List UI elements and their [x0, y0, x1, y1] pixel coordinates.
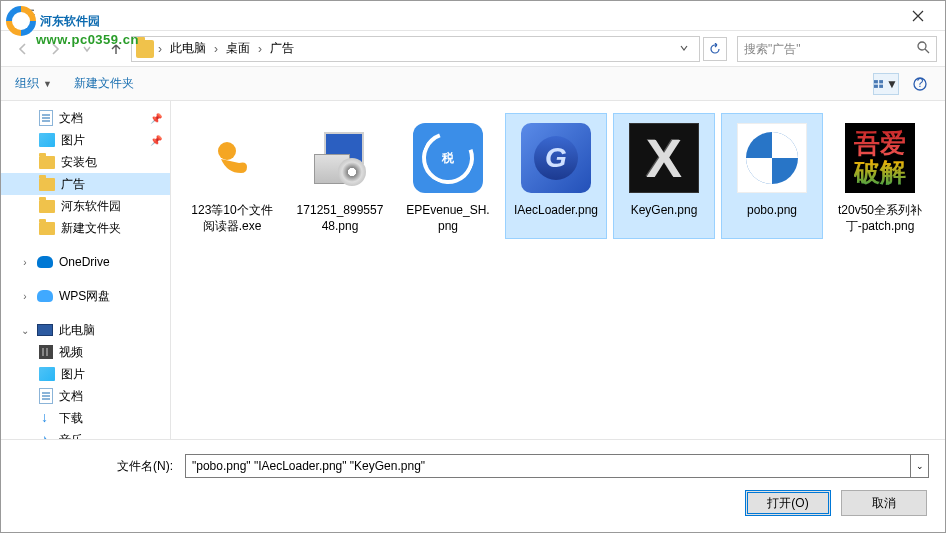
sidebar-pc-item-4[interactable]: 音乐: [1, 429, 170, 439]
file-thumbnail: [192, 118, 272, 198]
organize-button[interactable]: 组织▼: [13, 71, 54, 96]
sidebar-pc-item-0[interactable]: 视频: [1, 341, 170, 363]
svg-rect-3: [874, 84, 878, 87]
sidebar-item-3[interactable]: 广告: [1, 173, 170, 195]
doc-icon: [39, 110, 53, 126]
sidebar-pc-item-3[interactable]: 下载: [1, 407, 170, 429]
sidebar-item-label: 图片: [61, 132, 85, 149]
dialog-title: 打开: [11, 7, 895, 24]
search-input[interactable]: [744, 42, 917, 56]
file-thumbnail: G: [516, 118, 596, 198]
chevron-right-icon: ›: [156, 42, 164, 56]
pic-icon: [39, 133, 55, 147]
sidebar-item-label: 安装包: [61, 154, 97, 171]
music-icon: [39, 433, 53, 439]
file-item-0[interactable]: 123等10个文件阅读器.exe: [181, 113, 283, 239]
sidebar-item-label: 新建文件夹: [61, 220, 121, 237]
open-button[interactable]: 打开(O): [745, 490, 831, 516]
folder-icon: [39, 200, 55, 213]
file-item-4[interactable]: XKeyGen.png: [613, 113, 715, 239]
file-label: pobo.png: [747, 202, 797, 218]
new-folder-button[interactable]: 新建文件夹: [72, 71, 136, 96]
sidebar-item-label: 河东软件园: [61, 198, 121, 215]
breadcrumb-seg-current[interactable]: 广告: [266, 37, 298, 61]
breadcrumb-seg-thispc[interactable]: 此电脑: [166, 37, 210, 61]
sidebar-item-label: 广告: [61, 176, 85, 193]
pic-icon: [39, 367, 55, 381]
sidebar-item-1[interactable]: 图片📌: [1, 129, 170, 151]
nav-up-button[interactable]: [105, 38, 127, 60]
svg-rect-1: [874, 80, 878, 83]
sidebar-item-label: 图片: [61, 366, 85, 383]
sidebar-item-label: 下载: [59, 410, 83, 427]
close-button[interactable]: [895, 2, 941, 30]
search-box[interactable]: [737, 36, 937, 62]
file-thumbnail: X: [624, 118, 704, 198]
file-item-3[interactable]: GIAecLoader.png: [505, 113, 607, 239]
help-button[interactable]: ?: [907, 73, 933, 95]
sidebar-item-label: 文档: [59, 388, 83, 405]
file-label: IAecLoader.png: [514, 202, 598, 218]
breadcrumb-seg-desktop[interactable]: 桌面: [222, 37, 254, 61]
open-button-label: 打开(O): [767, 495, 808, 512]
breadcrumb-dropdown[interactable]: [673, 42, 695, 56]
main-area: 文档📌图片📌安装包广告河东软件园新建文件夹 ›OneDrive ›WPS网盘 ⌄…: [1, 101, 945, 439]
pin-icon: 📌: [150, 135, 162, 146]
sidebar-item-label: OneDrive: [59, 255, 110, 269]
sidebar[interactable]: 文档📌图片📌安装包广告河东软件园新建文件夹 ›OneDrive ›WPS网盘 ⌄…: [1, 101, 171, 439]
sidebar-pc-item-1[interactable]: 图片: [1, 363, 170, 385]
chevron-down-icon: ▼: [886, 77, 898, 91]
folder-icon: [39, 178, 55, 191]
video-icon: [39, 345, 53, 359]
onedrive-icon: [37, 256, 53, 268]
svg-point-7: [218, 142, 236, 160]
sidebar-item-label: 视频: [59, 344, 83, 361]
chevron-right-icon: ›: [256, 42, 264, 56]
nav-back-button[interactable]: [9, 35, 37, 63]
filename-dropdown[interactable]: ⌄: [911, 454, 929, 478]
titlebar: 打开: [1, 1, 945, 31]
sidebar-pc-item-2[interactable]: 文档: [1, 385, 170, 407]
filename-label: 文件名(N):: [17, 458, 177, 475]
sidebar-item-5[interactable]: 新建文件夹: [1, 217, 170, 239]
breadcrumb[interactable]: › 此电脑 › 桌面 › 广告: [131, 36, 700, 62]
sidebar-item-label: WPS网盘: [59, 288, 110, 305]
svg-text:?: ?: [917, 77, 924, 90]
file-label: EPEvenue_SH.p‎ng: [402, 202, 494, 234]
nav-forward-button[interactable]: [41, 35, 69, 63]
file-item-1[interactable]: 171251_8995574‎8.png: [289, 113, 391, 239]
refresh-button[interactable]: [703, 37, 727, 61]
svg-point-0: [918, 42, 926, 50]
file-item-2[interactable]: 税EPEvenue_SH.p‎ng: [397, 113, 499, 239]
sidebar-item-2[interactable]: 安装包: [1, 151, 170, 173]
download-icon: [39, 411, 53, 425]
cancel-button-label: 取消: [872, 495, 896, 512]
sidebar-thispc[interactable]: ⌄此电脑: [1, 319, 170, 341]
footer: 文件名(N): ⌄ 打开(O) 取消: [1, 439, 945, 532]
doc-icon: [39, 388, 53, 404]
cancel-button[interactable]: 取消: [841, 490, 927, 516]
nav-recent-button[interactable]: [73, 35, 101, 63]
chevron-down-icon: ▼: [43, 79, 52, 89]
file-item-6[interactable]: 吾爱破解t20v50全系列补丁-patch.png: [829, 113, 931, 239]
sidebar-onedrive[interactable]: ›OneDrive: [1, 251, 170, 273]
chevron-right-icon: ›: [212, 42, 220, 56]
file-thumbnail: [732, 118, 812, 198]
filename-input[interactable]: [185, 454, 911, 478]
view-mode-button[interactable]: ▼: [873, 73, 899, 95]
open-dialog: 打开 › 此电脑 › 桌面 › 广告 组织▼ 新建文件夹 ▼ ?: [0, 0, 946, 533]
collapse-icon: ⌄: [19, 325, 31, 336]
sidebar-item-0[interactable]: 文档📌: [1, 107, 170, 129]
sidebar-wps[interactable]: ›WPS网盘: [1, 285, 170, 307]
close-icon: [912, 10, 924, 22]
file-label: t20v50全系列补丁-patch.png: [834, 202, 926, 234]
pin-icon: 📌: [150, 113, 162, 124]
svg-rect-2: [879, 80, 883, 83]
svg-rect-4: [879, 84, 883, 87]
file-list[interactable]: 123等10个文件阅读器.exe171251_8995574‎8.png税EPE…: [171, 101, 945, 439]
folder-icon: [39, 222, 55, 235]
folder-icon: [136, 40, 154, 58]
sidebar-item-4[interactable]: 河东软件园: [1, 195, 170, 217]
folder-icon: [39, 156, 55, 169]
file-item-5[interactable]: pobo.png: [721, 113, 823, 239]
